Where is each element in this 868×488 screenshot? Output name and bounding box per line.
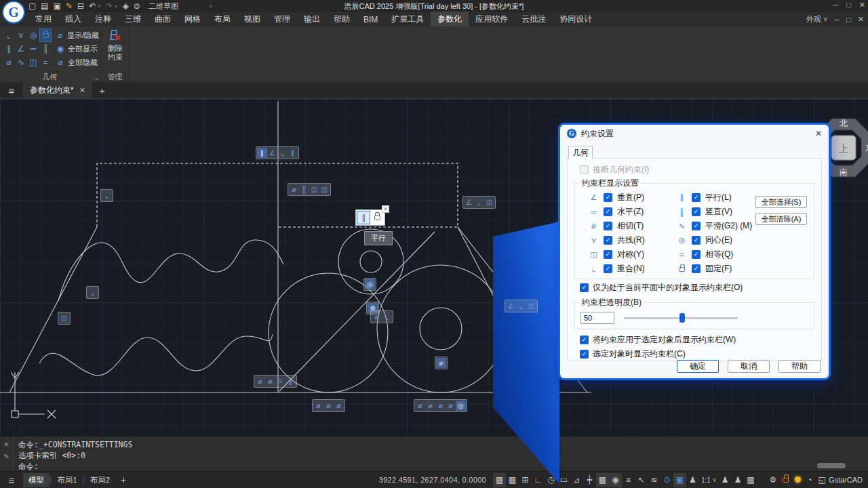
panel-launcher-icon[interactable]: ⌟: [95, 74, 98, 81]
performance-gauge-icon[interactable]: ◔: [807, 473, 812, 487]
ribbon-tab-协同设计[interactable]: 协同设计: [553, 12, 599, 27]
tangent-constraint-button[interactable]: ⌀: [3, 56, 15, 69]
ribbon-tab-网格[interactable]: 网格: [178, 12, 208, 27]
layout-tab-2[interactable]: 布局2: [85, 473, 115, 487]
clean-screen-icon[interactable]: ◱: [818, 473, 826, 487]
ribbon-tab-曲面[interactable]: 曲面: [148, 12, 178, 27]
ribbon-tab-常用[interactable]: 常用: [28, 12, 58, 27]
constraint-badge[interactable]: ⌀⌞: [370, 310, 393, 323]
apply-after-checkbox[interactable]: [580, 336, 589, 344]
hide-all-constraints-button[interactable]: ⌀ 全部隐藏: [56, 56, 99, 69]
fixed-constraint-button[interactable]: [39, 28, 52, 42]
constraint-badge[interactable]: ∠⌞◫: [505, 300, 538, 312]
annotation-scale-icon[interactable]: 1:1 ˅: [699, 473, 719, 487]
apply-after-row[interactable]: 将约束应用于选定对象后显示约束栏(W): [580, 332, 816, 347]
annotation-visibility-icon[interactable]: ♟: [686, 473, 699, 487]
dialog-close-icon[interactable]: ✕: [815, 129, 822, 138]
minimize-icon[interactable]: ─: [833, 1, 838, 9]
symmetric-constraint-button[interactable]: ◫: [27, 56, 39, 69]
parallel-constraint-button[interactable]: ∥: [3, 42, 15, 56]
slider-thumb[interactable]: [679, 313, 685, 323]
coincident-checkbox[interactable]: [604, 264, 612, 273]
infer-constraints-row[interactable]: 推断几何约束(I): [580, 163, 816, 176]
ortho-mode-icon[interactable]: ∟: [532, 473, 545, 487]
layout-tab-model[interactable]: 模型: [23, 473, 50, 487]
cancel-button[interactable]: 取消: [728, 360, 770, 373]
tab-geometry[interactable]: 几何: [568, 146, 593, 159]
command-scrollbar[interactable]: [817, 463, 846, 468]
collinear-constraint-button[interactable]: ⋎: [15, 28, 27, 42]
constraint-badge[interactable]: ◎: [363, 278, 376, 291]
transparency-slider[interactable]: [624, 313, 738, 323]
workspace-switch-icon[interactable]: ▣: [673, 473, 686, 487]
ribbon-tab-布局[interactable]: 布局: [208, 12, 237, 27]
ribbon-tab-管理[interactable]: 管理: [267, 12, 297, 27]
only-current-plane-row[interactable]: 仅为处于当前平面中的对象显示约束栏(O): [580, 279, 816, 296]
ribbon-tab-插入[interactable]: 插入: [58, 12, 88, 27]
vertical-constraint-button[interactable]: ║: [39, 42, 52, 56]
smooth-checkbox[interactable]: [692, 222, 701, 230]
delete-constraints-button[interactable]: 删除 约束: [103, 28, 127, 62]
constraint-badge[interactable]: ⌞: [86, 286, 99, 299]
show-selected-row[interactable]: 选定对象时显示约束栏(C): [580, 347, 816, 361]
fixed-constraint-option[interactable]: [370, 211, 384, 224]
perpendicular-constraint-button[interactable]: ∠: [15, 42, 27, 56]
tab-close-icon[interactable]: ✕: [79, 86, 85, 95]
unlock-icon[interactable]: [783, 473, 789, 487]
appearance-dropdown[interactable]: 外观 ˅: [806, 14, 827, 24]
doc-close-icon[interactable]: ✕: [858, 15, 864, 24]
hardware-acceleration-icon[interactable]: [795, 473, 801, 487]
show-all-constraints-button[interactable]: ◉ 全部显示: [56, 42, 99, 56]
collinear-checkbox[interactable]: [604, 236, 612, 245]
ribbon-tab-扩展工具[interactable]: 扩展工具: [384, 12, 431, 27]
layer-control-icon[interactable]: ≋: [648, 473, 660, 487]
dialog-title-bar[interactable]: G 约束设置 ✕: [560, 125, 829, 142]
auto-annotation-icon[interactable]: ♟: [719, 473, 732, 487]
drawing-canvas[interactable]: ⌞∥∠⌞∥⌀║◫◫∠⌞◫◎⊗⌀⌞⌀⌀=∥⌀⌀⌀⌀⌀⌀⌀◎⌀∠⌞◫◫⌞ ∥ ✕ 平…: [0, 98, 868, 436]
show-selected-checkbox[interactable]: [580, 350, 589, 359]
constraint-badge[interactable]: ⌀⌀⌀: [312, 399, 345, 412]
constraint-badge[interactable]: ⌀⌀=∥: [254, 375, 297, 388]
concentric-constraint-button[interactable]: ◎: [27, 28, 39, 42]
ribbon-tab-输出[interactable]: 输出: [297, 12, 327, 27]
clear-all-button[interactable]: 全部清除(A): [755, 213, 807, 225]
parallel-checkbox[interactable]: [692, 193, 701, 202]
selection-preview-icon[interactable]: ↖: [635, 473, 648, 487]
selection-cycling-icon[interactable]: ◉: [609, 473, 622, 487]
grid-display-icon[interactable]: ▦: [493, 473, 506, 487]
constraint-badge[interactable]: ⌞: [100, 189, 113, 202]
hatch-display-icon[interactable]: ▩: [596, 473, 609, 487]
zoom-object-icon[interactable]: ⊙: [660, 473, 673, 487]
constraint-badge[interactable]: ⌀⌀⌀⌀◎: [414, 399, 467, 412]
command-line-panel[interactable]: ✕ ✎ 命令:_+CONSTRAINTSETTINGS 选项卡索引 <0>:0 …: [0, 436, 868, 471]
ribbon-tab-云批注[interactable]: 云批注: [515, 12, 553, 27]
infer-constraints-checkbox[interactable]: [580, 165, 589, 174]
osnap-tracking-icon[interactable]: ⊿: [570, 473, 583, 487]
doc-minimize-icon[interactable]: ─: [834, 16, 840, 24]
symmetric-checkbox[interactable]: [604, 250, 612, 259]
app-logo-icon[interactable]: G: [2, 1, 25, 24]
ribbon-tab-三维[interactable]: 三维: [118, 12, 148, 27]
annotation-sync-icon[interactable]: ♟: [732, 473, 745, 487]
restore-icon[interactable]: □: [846, 1, 851, 9]
perpendicular-checkbox[interactable]: [604, 193, 612, 202]
object-snap-icon[interactable]: ┿: [583, 473, 596, 487]
concentric-checkbox[interactable]: [692, 236, 701, 245]
ribbon-tab-帮助[interactable]: 帮助: [327, 12, 357, 27]
layout-tab-1[interactable]: 布局1: [52, 473, 82, 487]
transparency-input[interactable]: [580, 312, 614, 324]
document-tab[interactable]: 参数化约束* ✕: [23, 82, 92, 98]
quick-properties-icon[interactable]: ▦: [745, 473, 757, 487]
equal-constraint-button[interactable]: =: [39, 56, 52, 69]
command-prompt-line[interactable]: 命令:: [18, 461, 132, 472]
constraint-badge[interactable]: ⌀: [435, 357, 448, 369]
constraint-badge[interactable]: ∥∠⌞∥: [256, 146, 299, 159]
add-layout-icon[interactable]: +: [121, 474, 126, 485]
menu-icon[interactable]: ≡: [0, 85, 23, 96]
tangent-checkbox[interactable]: [604, 222, 612, 230]
vertical-checkbox[interactable]: [692, 207, 701, 216]
doc-restore-icon[interactable]: □: [846, 16, 851, 24]
mini-toolbar-close-icon[interactable]: ✕: [382, 205, 389, 213]
constraint-badge[interactable]: ◫: [58, 312, 71, 325]
only-current-plane-checkbox[interactable]: [580, 283, 589, 292]
